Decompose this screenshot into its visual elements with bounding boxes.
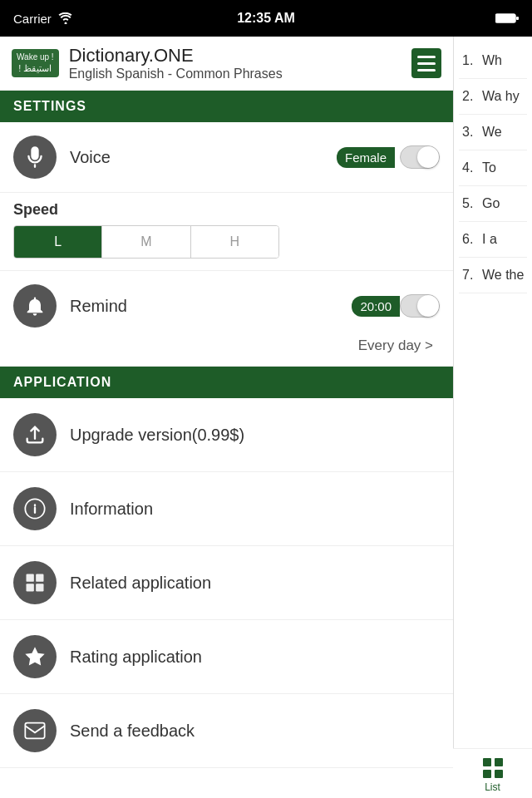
status-bar: Carrier 12:35 AM	[0, 0, 532, 37]
phrase-text-1: Wh	[482, 53, 502, 68]
wake-up-badge: Wake up ! ! استيقظ	[12, 49, 59, 76]
phrase-num-5: 5.	[462, 196, 479, 211]
remind-row: Remind 20:00	[0, 271, 453, 334]
phrase-num-6: 6.	[462, 232, 479, 247]
list-app-icon	[13, 561, 57, 604]
information-item[interactable]: Information	[0, 472, 453, 546]
upload-icon	[13, 413, 57, 456]
voice-toggle-label: Female	[337, 147, 395, 168]
voice-toggle[interactable]: Female	[337, 145, 440, 169]
remind-toggle-knob	[417, 295, 439, 317]
info-icon	[13, 487, 57, 530]
app-title: Dictionary.ONE	[69, 45, 401, 66]
phrase-text-7: We the	[482, 268, 524, 283]
every-day-row[interactable]: Every day >	[0, 334, 453, 367]
svg-rect-7	[25, 723, 44, 739]
phrase-num-2: 2.	[462, 89, 479, 104]
status-left: Carrier	[13, 12, 73, 26]
phrase-num-4: 4.	[462, 160, 479, 175]
phrase-item-6: 6. I a	[459, 222, 527, 258]
settings-section-header: SETTINGS	[0, 91, 453, 122]
svg-rect-10	[483, 770, 491, 778]
right-panel: 1. Wh 2. Wa hy 3. We 4. To 5. Go 6. I a	[453, 37, 532, 798]
menu-line-3	[417, 69, 436, 71]
voice-row: Voice Female	[0, 122, 453, 193]
feedback-label: Send a feedback	[70, 722, 195, 741]
bottom-list-bar[interactable]: List	[453, 748, 532, 798]
svg-rect-4	[36, 574, 43, 582]
speed-buttons: L M H	[13, 225, 279, 259]
mail-icon	[13, 709, 57, 752]
related-app-label: Related application	[70, 574, 211, 593]
remind-time: 20:00	[352, 296, 400, 317]
wifi-icon	[58, 12, 73, 24]
phrase-list: 1. Wh 2. Wa hy 3. We 4. To 5. Go 6. I a	[454, 37, 532, 300]
svg-rect-1	[516, 17, 519, 20]
upgrade-item[interactable]: Upgrade version(0.99$)	[0, 398, 453, 472]
phrase-item-4: 4. To	[459, 150, 527, 186]
remind-label: Remind	[70, 297, 338, 316]
left-panel: Wake up ! ! استيقظ Dictionary.ONE Englis…	[0, 37, 453, 798]
microphone-icon	[13, 135, 57, 179]
menu-line-2	[417, 62, 436, 65]
speed-label: Speed	[13, 201, 440, 219]
phrase-item-3: 3. We	[459, 115, 527, 150]
phrase-text-2: Wa hy	[482, 89, 520, 104]
svg-rect-3	[27, 574, 34, 582]
svg-rect-11	[495, 770, 503, 778]
every-day-link[interactable]: Every day >	[358, 337, 433, 353]
phrase-text-6: I a	[482, 232, 497, 247]
status-time: 12:35 AM	[237, 11, 295, 26]
svg-rect-5	[27, 584, 34, 591]
svg-rect-8	[483, 758, 491, 766]
star-icon	[13, 635, 57, 678]
app-title-block: Dictionary.ONE English Spanish - Common …	[69, 45, 401, 81]
menu-button[interactable]	[411, 48, 441, 78]
phrase-num-7: 7.	[462, 268, 479, 283]
information-label: Information	[70, 500, 153, 519]
upgrade-label: Upgrade version(0.99$)	[70, 426, 244, 445]
phrase-text-5: Go	[482, 196, 500, 211]
speed-btn-h[interactable]: H	[190, 226, 278, 258]
rating-label: Rating application	[70, 648, 202, 667]
status-right	[495, 12, 519, 24]
menu-line-1	[417, 56, 436, 58]
phrase-item-7: 7. We the	[459, 258, 527, 293]
app-header: Wake up ! ! استيقظ Dictionary.ONE Englis…	[0, 37, 453, 91]
phrase-num-1: 1.	[462, 53, 479, 68]
main-layout: Wake up ! ! استيقظ Dictionary.ONE Englis…	[0, 37, 532, 798]
feedback-item[interactable]: Send a feedback	[0, 694, 453, 768]
phrase-item-2: 2. Wa hy	[459, 79, 527, 115]
bell-icon	[13, 284, 57, 328]
related-app-item[interactable]: Related application	[0, 546, 453, 620]
battery-icon	[495, 12, 519, 24]
list-tab-icon	[480, 755, 506, 781]
phrase-text-3: We	[482, 125, 502, 140]
phrase-text-4: To	[482, 160, 496, 175]
app-subtitle: English Spanish - Common Phrases	[69, 66, 401, 81]
phrase-num-3: 3.	[462, 125, 479, 140]
voice-label: Voice	[70, 148, 323, 167]
phrase-item-1: 1. Wh	[459, 43, 527, 79]
speed-row: Speed L M H	[0, 193, 453, 271]
voice-toggle-switch[interactable]	[400, 145, 440, 169]
svg-rect-6	[36, 584, 43, 591]
svg-rect-0	[495, 14, 515, 22]
application-section-header: APPLICATION	[0, 367, 453, 398]
phrase-item-5: 5. Go	[459, 186, 527, 222]
remind-toggle-switch[interactable]	[400, 294, 440, 318]
rating-item[interactable]: Rating application	[0, 620, 453, 694]
speed-btn-m[interactable]: M	[101, 226, 190, 258]
remind-toggle[interactable]: 20:00	[352, 294, 440, 318]
svg-rect-9	[495, 758, 503, 766]
speed-btn-l[interactable]: L	[14, 226, 101, 258]
carrier-label: Carrier	[13, 12, 52, 26]
voice-toggle-knob	[417, 146, 439, 168]
list-tab-label: List	[485, 781, 500, 793]
